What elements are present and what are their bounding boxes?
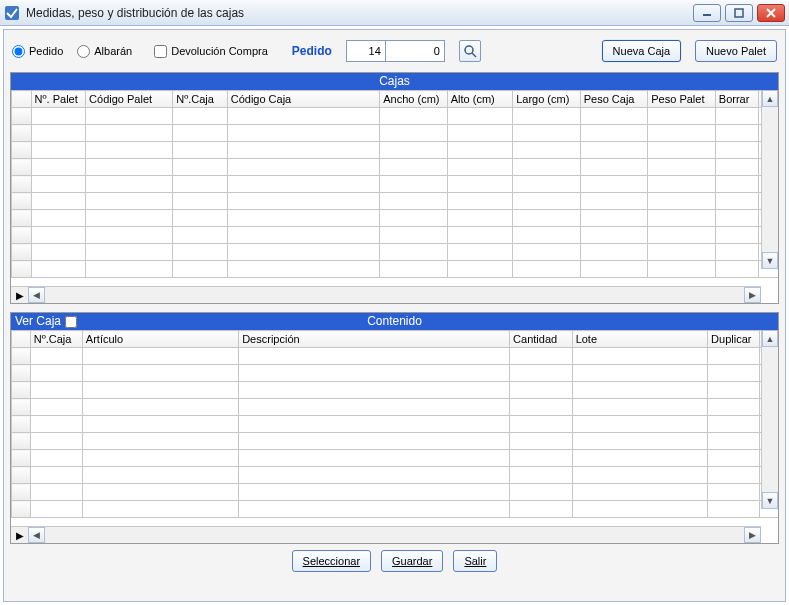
cell[interactable] xyxy=(648,108,716,125)
cell[interactable] xyxy=(580,108,648,125)
cell[interactable] xyxy=(572,467,707,484)
row-header[interactable] xyxy=(12,433,31,450)
ver-caja-checkbox[interactable] xyxy=(65,316,77,328)
cell[interactable] xyxy=(572,501,707,518)
search-button[interactable] xyxy=(459,40,481,62)
cell[interactable] xyxy=(708,399,760,416)
column-header[interactable]: Nº.Caja xyxy=(30,331,82,348)
scroll-down-icon[interactable]: ▼ xyxy=(762,492,778,509)
cell[interactable] xyxy=(708,433,760,450)
cell[interactable] xyxy=(82,484,238,501)
cell[interactable] xyxy=(30,365,82,382)
cell[interactable] xyxy=(708,450,760,467)
row-header[interactable] xyxy=(12,467,31,484)
cell[interactable] xyxy=(30,433,82,450)
cell[interactable] xyxy=(447,193,512,210)
cell[interactable] xyxy=(513,210,581,227)
column-header[interactable]: Lote xyxy=(572,331,707,348)
row-header[interactable] xyxy=(12,193,32,210)
cell[interactable] xyxy=(580,227,648,244)
row-header[interactable] xyxy=(12,450,31,467)
cell[interactable] xyxy=(31,125,85,142)
cell[interactable] xyxy=(173,159,227,176)
scroll-left-icon[interactable]: ◀ xyxy=(28,287,45,303)
cell[interactable] xyxy=(580,125,648,142)
vscroll-cajas[interactable]: ▲ ▼ xyxy=(761,90,778,269)
cell[interactable] xyxy=(227,125,380,142)
cell[interactable] xyxy=(173,261,227,278)
column-header[interactable]: Código Caja xyxy=(227,91,380,108)
cell[interactable] xyxy=(380,125,448,142)
hscroll-track[interactable] xyxy=(45,287,744,303)
hscroll-track[interactable] xyxy=(45,527,744,543)
cell[interactable] xyxy=(227,142,380,159)
nuevo-palet-button[interactable]: Nuevo Palet xyxy=(695,40,777,62)
row-header[interactable] xyxy=(12,142,32,159)
cell[interactable] xyxy=(447,210,512,227)
column-header[interactable]: Peso Palet xyxy=(648,91,716,108)
cell[interactable] xyxy=(572,382,707,399)
cell[interactable] xyxy=(380,261,448,278)
cell[interactable] xyxy=(513,261,581,278)
cell[interactable] xyxy=(447,244,512,261)
cell[interactable] xyxy=(715,159,759,176)
cell[interactable] xyxy=(572,348,707,365)
checkbox-devolucion[interactable]: Devolución Compra xyxy=(154,45,268,58)
scroll-left-icon[interactable]: ◀ xyxy=(28,527,45,543)
cell[interactable] xyxy=(31,142,85,159)
cell[interactable] xyxy=(30,501,82,518)
row-header[interactable] xyxy=(12,159,32,176)
cell[interactable] xyxy=(31,176,85,193)
column-header[interactable]: Artículo xyxy=(82,331,238,348)
cell[interactable] xyxy=(513,176,581,193)
cell[interactable] xyxy=(715,261,759,278)
cell[interactable] xyxy=(173,176,227,193)
cell[interactable] xyxy=(510,484,573,501)
cell[interactable] xyxy=(715,193,759,210)
cell[interactable] xyxy=(380,227,448,244)
cell[interactable] xyxy=(31,159,85,176)
row-header[interactable] xyxy=(12,365,31,382)
cell[interactable] xyxy=(82,365,238,382)
cell[interactable] xyxy=(572,450,707,467)
cell[interactable] xyxy=(648,210,716,227)
nueva-caja-button[interactable]: Nueva Caja xyxy=(602,40,681,62)
column-header[interactable]: Cantidad xyxy=(510,331,573,348)
cell[interactable] xyxy=(227,227,380,244)
cell[interactable] xyxy=(30,382,82,399)
cell[interactable] xyxy=(510,467,573,484)
cell[interactable] xyxy=(380,176,448,193)
cell[interactable] xyxy=(86,227,173,244)
radio-albaran-input[interactable] xyxy=(77,45,90,58)
cell[interactable] xyxy=(31,244,85,261)
cell[interactable] xyxy=(708,382,760,399)
cell[interactable] xyxy=(31,210,85,227)
cell[interactable] xyxy=(580,142,648,159)
cell[interactable] xyxy=(30,348,82,365)
cell[interactable] xyxy=(227,159,380,176)
cell[interactable] xyxy=(239,382,510,399)
cell[interactable] xyxy=(513,159,581,176)
cell[interactable] xyxy=(30,467,82,484)
cell[interactable] xyxy=(648,244,716,261)
cell[interactable] xyxy=(447,159,512,176)
cell[interactable] xyxy=(447,125,512,142)
cell[interactable] xyxy=(82,399,238,416)
cell[interactable] xyxy=(86,125,173,142)
column-header[interactable]: Nº.Caja xyxy=(173,91,227,108)
cell[interactable] xyxy=(580,244,648,261)
row-header[interactable] xyxy=(12,125,32,142)
row-header[interactable] xyxy=(12,416,31,433)
cell[interactable] xyxy=(380,108,448,125)
cell[interactable] xyxy=(86,176,173,193)
cell[interactable] xyxy=(513,142,581,159)
scroll-right-icon[interactable]: ▶ xyxy=(744,527,761,543)
row-header[interactable] xyxy=(12,484,31,501)
cell[interactable] xyxy=(227,176,380,193)
close-button[interactable] xyxy=(757,4,785,22)
checkbox-devolucion-input[interactable] xyxy=(154,45,167,58)
cell[interactable] xyxy=(510,365,573,382)
cell[interactable] xyxy=(239,467,510,484)
radio-pedido[interactable]: Pedido xyxy=(12,45,63,58)
cell[interactable] xyxy=(648,227,716,244)
